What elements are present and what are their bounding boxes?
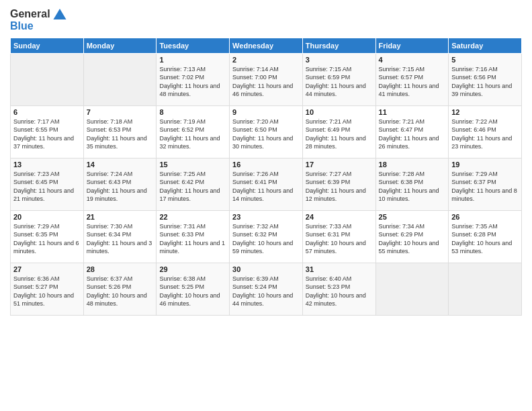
day-number: 25 [379, 213, 446, 221]
week-row-1: 1Sunrise: 7:13 AM Sunset: 7:02 PM Daylig… [11, 53, 522, 105]
day-cell: 21Sunrise: 7:30 AM Sunset: 6:34 PM Dayli… [83, 210, 157, 263]
day-cell: 28Sunrise: 6:37 AM Sunset: 5:26 PM Dayli… [83, 263, 157, 315]
calendar-table: SundayMondayTuesdayWednesdayThursdayFrid… [10, 38, 522, 316]
day-cell: 22Sunrise: 7:31 AM Sunset: 6:33 PM Dayli… [157, 210, 230, 263]
day-number: 8 [159, 108, 226, 116]
day-cell: 4Sunrise: 7:15 AM Sunset: 6:57 PM Daylig… [375, 53, 449, 105]
weekday-wednesday: Wednesday [230, 38, 303, 53]
day-cell: 8Sunrise: 7:19 AM Sunset: 6:52 PM Daylig… [157, 105, 230, 158]
day-cell: 18Sunrise: 7:28 AM Sunset: 6:38 PM Dayli… [375, 158, 449, 210]
weekday-sunday: Sunday [11, 38, 84, 53]
day-info: Sunrise: 7:30 AM Sunset: 6:34 PM Dayligh… [87, 222, 154, 256]
day-info: Sunrise: 7:17 AM Sunset: 6:55 PM Dayligh… [13, 118, 81, 151]
weekday-thursday: Thursday [302, 38, 375, 53]
day-cell: 29Sunrise: 6:38 AM Sunset: 5:25 PM Dayli… [157, 263, 230, 315]
day-cell: 24Sunrise: 7:33 AM Sunset: 6:31 PM Dayli… [302, 210, 375, 263]
day-info: Sunrise: 6:39 AM Sunset: 5:24 PM Dayligh… [232, 275, 300, 308]
day-info: Sunrise: 7:35 AM Sunset: 6:28 PM Dayligh… [451, 222, 519, 256]
day-number: 9 [232, 108, 300, 116]
day-number: 22 [159, 213, 226, 221]
day-cell: 20Sunrise: 7:29 AM Sunset: 6:35 PM Dayli… [11, 210, 84, 263]
day-number: 11 [379, 108, 446, 116]
day-number: 20 [13, 213, 81, 221]
day-info: Sunrise: 6:37 AM Sunset: 5:26 PM Dayligh… [87, 275, 154, 308]
day-cell: 31Sunrise: 6:40 AM Sunset: 5:23 PM Dayli… [302, 263, 375, 315]
day-number: 7 [87, 108, 154, 116]
day-info: Sunrise: 7:19 AM Sunset: 6:52 PM Dayligh… [159, 118, 226, 151]
day-info: Sunrise: 6:36 AM Sunset: 5:27 PM Dayligh… [13, 275, 81, 308]
day-info: Sunrise: 7:25 AM Sunset: 6:42 PM Dayligh… [159, 170, 226, 203]
day-number: 15 [159, 161, 226, 169]
day-info: Sunrise: 7:28 AM Sunset: 6:38 PM Dayligh… [379, 170, 446, 203]
day-number: 2 [232, 56, 300, 64]
day-number: 3 [306, 56, 373, 64]
day-number: 29 [159, 265, 226, 273]
logo-container: General Blue [10, 7, 67, 32]
week-row-4: 20Sunrise: 7:29 AM Sunset: 6:35 PM Dayli… [11, 210, 522, 263]
header: General Blue [10, 7, 522, 32]
day-info: Sunrise: 7:21 AM Sunset: 6:47 PM Dayligh… [379, 118, 446, 151]
day-info: Sunrise: 7:31 AM Sunset: 6:33 PM Dayligh… [159, 222, 226, 256]
day-cell: 25Sunrise: 7:34 AM Sunset: 6:29 PM Dayli… [375, 210, 449, 263]
day-info: Sunrise: 7:13 AM Sunset: 7:02 PM Dayligh… [159, 65, 226, 99]
day-cell: 23Sunrise: 7:32 AM Sunset: 6:32 PM Dayli… [230, 210, 303, 263]
logo: General Blue [10, 7, 67, 32]
day-info: Sunrise: 7:26 AM Sunset: 6:41 PM Dayligh… [232, 170, 300, 203]
logo-triangle-icon [52, 7, 67, 21]
page: General Blue SundayMondayTuesdayWednesda… [0, 0, 532, 411]
day-cell: 14Sunrise: 7:24 AM Sunset: 6:43 PM Dayli… [83, 158, 157, 210]
day-info: Sunrise: 7:34 AM Sunset: 6:29 PM Dayligh… [379, 222, 446, 256]
day-info: Sunrise: 7:32 AM Sunset: 6:32 PM Dayligh… [232, 222, 300, 256]
day-number: 18 [379, 161, 446, 169]
day-info: Sunrise: 7:29 AM Sunset: 6:35 PM Dayligh… [13, 222, 81, 256]
day-info: Sunrise: 7:15 AM Sunset: 6:57 PM Dayligh… [379, 65, 446, 99]
day-cell: 11Sunrise: 7:21 AM Sunset: 6:47 PM Dayli… [375, 105, 449, 158]
day-cell: 19Sunrise: 7:29 AM Sunset: 6:37 PM Dayli… [449, 158, 522, 210]
day-number: 28 [87, 265, 154, 273]
day-cell: 2Sunrise: 7:14 AM Sunset: 7:00 PM Daylig… [230, 53, 303, 105]
logo-blue: Blue [10, 20, 67, 32]
day-cell: 17Sunrise: 7:27 AM Sunset: 6:39 PM Dayli… [302, 158, 375, 210]
day-cell: 12Sunrise: 7:22 AM Sunset: 6:46 PM Dayli… [449, 105, 522, 158]
day-cell: 6Sunrise: 7:17 AM Sunset: 6:55 PM Daylig… [11, 105, 84, 158]
day-number: 13 [13, 161, 81, 169]
day-number: 19 [451, 161, 519, 169]
day-info: Sunrise: 7:18 AM Sunset: 6:53 PM Dayligh… [87, 118, 154, 151]
day-info: Sunrise: 7:27 AM Sunset: 6:39 PM Dayligh… [306, 170, 373, 203]
day-cell: 30Sunrise: 6:39 AM Sunset: 5:24 PM Dayli… [230, 263, 303, 315]
day-cell: 10Sunrise: 7:21 AM Sunset: 6:49 PM Dayli… [302, 105, 375, 158]
day-number: 30 [232, 265, 300, 273]
day-number: 16 [232, 161, 300, 169]
day-info: Sunrise: 7:33 AM Sunset: 6:31 PM Dayligh… [306, 222, 373, 256]
day-number: 4 [379, 56, 446, 64]
day-number: 31 [306, 265, 373, 273]
day-number: 14 [87, 161, 154, 169]
weekday-header-row: SundayMondayTuesdayWednesdayThursdayFrid… [11, 38, 522, 53]
day-info: Sunrise: 7:14 AM Sunset: 7:00 PM Dayligh… [232, 65, 300, 99]
day-info: Sunrise: 7:20 AM Sunset: 6:50 PM Dayligh… [232, 118, 300, 151]
weekday-friday: Friday [375, 38, 449, 53]
day-cell [11, 53, 84, 105]
day-number: 24 [306, 213, 373, 221]
day-cell: 15Sunrise: 7:25 AM Sunset: 6:42 PM Dayli… [157, 158, 230, 210]
day-number: 6 [13, 108, 81, 116]
day-cell: 26Sunrise: 7:35 AM Sunset: 6:28 PM Dayli… [449, 210, 522, 263]
weekday-monday: Monday [83, 38, 157, 53]
logo-general: General [10, 8, 50, 20]
day-info: Sunrise: 6:38 AM Sunset: 5:25 PM Dayligh… [159, 275, 226, 308]
weekday-saturday: Saturday [449, 38, 522, 53]
day-cell: 9Sunrise: 7:20 AM Sunset: 6:50 PM Daylig… [230, 105, 303, 158]
week-row-2: 6Sunrise: 7:17 AM Sunset: 6:55 PM Daylig… [11, 105, 522, 158]
day-number: 5 [451, 56, 519, 64]
day-number: 12 [451, 108, 519, 116]
day-cell [375, 263, 449, 315]
day-info: Sunrise: 7:16 AM Sunset: 6:56 PM Dayligh… [451, 65, 519, 99]
day-cell [449, 263, 522, 315]
day-number: 1 [159, 56, 226, 64]
svg-marker-0 [53, 9, 66, 19]
day-info: Sunrise: 7:21 AM Sunset: 6:49 PM Dayligh… [306, 118, 373, 151]
day-cell: 7Sunrise: 7:18 AM Sunset: 6:53 PM Daylig… [83, 105, 157, 158]
day-info: Sunrise: 6:40 AM Sunset: 5:23 PM Dayligh… [306, 275, 373, 308]
day-number: 26 [451, 213, 519, 221]
day-cell [83, 53, 157, 105]
